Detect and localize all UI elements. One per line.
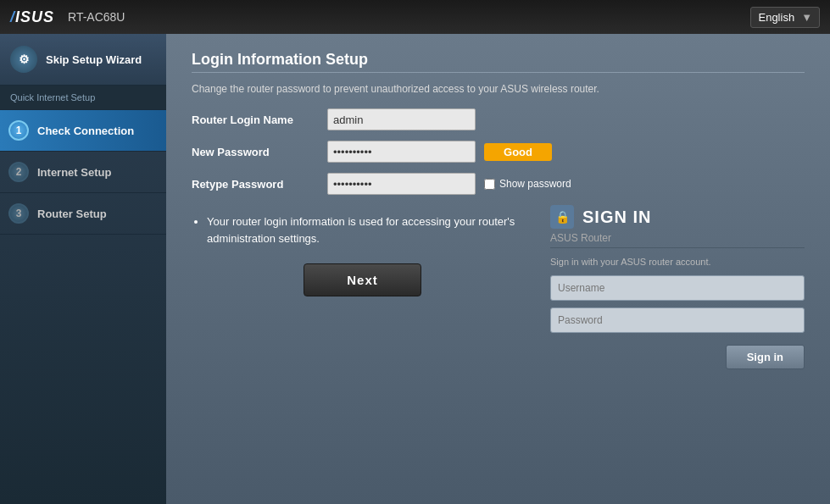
content-area: Login Information Setup Change the route…: [166, 34, 830, 504]
brand-area: /ISUS RT-AC68U: [10, 8, 125, 26]
sidebar-section-label: Quick Internet Setup: [0, 86, 166, 110]
show-password-label[interactable]: Show password: [499, 178, 571, 190]
new-password-label: New Password: [192, 146, 327, 158]
model-name: RT-AC68U: [68, 10, 125, 24]
top-bar: /ISUS RT-AC68U English ▼: [0, 0, 830, 34]
content-left: Your router login information is used fo…: [192, 205, 533, 369]
show-password-checkbox[interactable]: [484, 179, 495, 190]
sidebar-item-label-3: Router Setup: [37, 208, 107, 220]
page-divider: [192, 72, 805, 73]
signin-title: SIGN IN: [582, 208, 651, 227]
sidebar-item-router-setup[interactable]: 3 Router Setup: [0, 193, 166, 235]
login-name-input[interactable]: [327, 108, 476, 130]
sidebar-item-internet-setup[interactable]: 2 Internet Setup: [0, 152, 166, 193]
skip-wizard-label: Skip Setup Wizard: [46, 53, 142, 66]
bullet-info: Your router login information is used fo…: [192, 213, 533, 246]
step-3-circle: 3: [8, 203, 29, 224]
signin-subtitle: ASUS Router: [550, 232, 805, 244]
signin-divider: [550, 247, 805, 248]
page-subtitle: Change the router password to prevent un…: [192, 83, 805, 95]
main-layout: ⚙ Skip Setup Wizard Quick Internet Setup…: [0, 34, 830, 504]
content-bottom: Your router login information is used fo…: [192, 205, 805, 369]
sidebar-item-label-1: Check Connection: [37, 125, 134, 137]
asus-logo: /ISUS: [10, 8, 54, 26]
wizard-icon: ⚙: [10, 46, 37, 73]
login-name-row: Router Login Name: [192, 108, 805, 130]
new-password-input[interactable]: [327, 141, 476, 163]
step-2-circle: 2: [8, 162, 29, 182]
signin-header: 🔒 SIGN IN: [550, 205, 805, 229]
page-title: Login Information Setup: [192, 51, 805, 69]
password-strength-badge: Good: [484, 143, 552, 161]
sidebar-item-label-2: Internet Setup: [37, 166, 111, 179]
signin-button[interactable]: Sign in: [726, 345, 805, 369]
sidebar-item-check-connection[interactable]: 1 Check Connection: [0, 110, 166, 152]
show-password-area: Show password: [484, 178, 571, 190]
signin-username-input[interactable]: [550, 275, 805, 301]
chevron-down-icon: ▼: [801, 11, 812, 24]
login-name-label: Router Login Name: [192, 114, 327, 126]
signin-card: 🔒 SIGN IN ASUS Router Sign in with your …: [550, 205, 805, 369]
step-1-circle: 1: [8, 120, 29, 141]
new-password-row: New Password Good: [192, 141, 805, 163]
language-label: English: [758, 11, 794, 24]
retype-password-row: Retype Password Show password: [192, 173, 805, 195]
signin-description: Sign in with your ASUS router account.: [550, 257, 805, 267]
skip-wizard-button[interactable]: ⚙ Skip Setup Wizard: [0, 34, 166, 86]
retype-password-input[interactable]: [327, 173, 476, 195]
language-selector[interactable]: English ▼: [750, 7, 820, 28]
next-button[interactable]: Next: [304, 263, 421, 296]
bullet-text: Your router login information is used fo…: [207, 213, 533, 246]
signin-password-input[interactable]: [550, 307, 805, 333]
signin-lock-icon: 🔒: [550, 205, 574, 229]
sidebar: ⚙ Skip Setup Wizard Quick Internet Setup…: [0, 34, 166, 504]
retype-password-label: Retype Password: [192, 178, 327, 191]
